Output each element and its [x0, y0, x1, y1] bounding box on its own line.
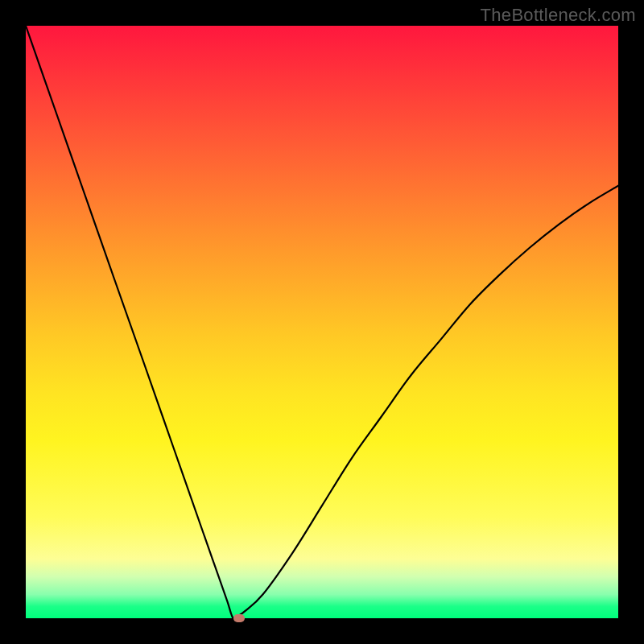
curve-svg [26, 26, 618, 618]
watermark: TheBottleneck.com [481, 5, 636, 26]
bottleneck-curve [26, 26, 618, 618]
minimum-marker [233, 614, 245, 622]
bottleneck-chart [26, 26, 618, 618]
